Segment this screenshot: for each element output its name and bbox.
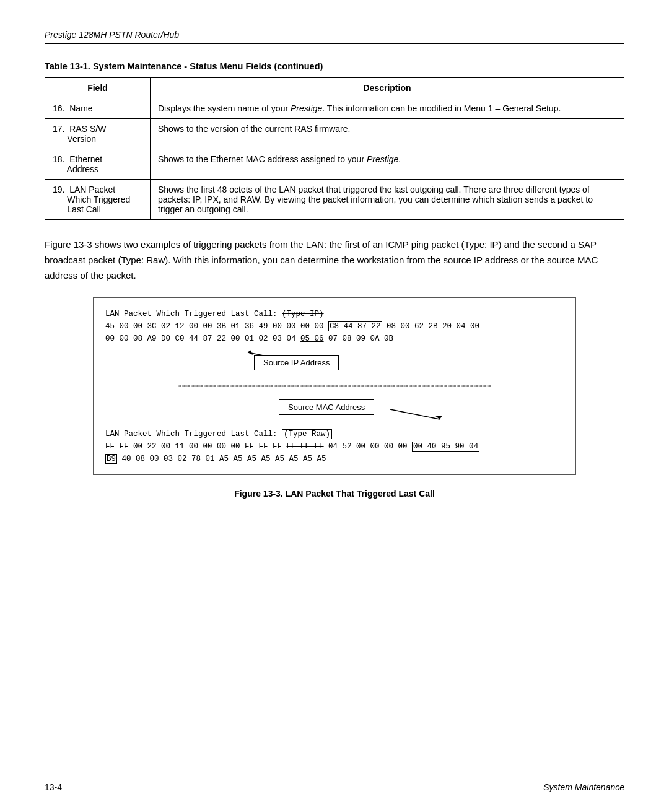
table-title-rest: System Maintenance - Status Menu Fields …	[90, 61, 323, 71]
top-label-line: LAN Packet Which Triggered Last Call: (T…	[105, 308, 564, 320]
source-mac-label-box: Source MAC Address	[279, 399, 374, 415]
highlight-mac: 00 40 95 90 04	[412, 442, 479, 452]
footer-section: System Maintenance	[543, 782, 624, 792]
bottom-section: LAN Packet Which Triggered Last Call: (T…	[105, 428, 564, 465]
table-row: 16. Name Displays the system name of you…	[45, 98, 624, 119]
header: Prestige 128MH PSTN Router/Hub	[45, 30, 624, 44]
figure-caption-rest: LAN Packet That Triggered Last Call	[283, 489, 435, 499]
desc-19: Shows the first 48 octets of the LAN pac…	[151, 180, 624, 220]
svg-line-2	[390, 409, 440, 419]
source-ip-label: Source IP Address	[254, 355, 339, 370]
source-ip-label-box: Source IP Address	[254, 355, 339, 370]
col-header-field: Field	[45, 78, 151, 98]
body-paragraph: Figure 13-3 shows two examples of trigge…	[45, 237, 624, 283]
source-mac-label: Source MAC Address	[279, 399, 374, 415]
field-17: 17. RAS S/W Version	[45, 119, 151, 149]
page: Prestige 128MH PSTN Router/Hub Table 13-…	[0, 0, 669, 812]
main-table: Field Description 16. Name Displays the …	[45, 77, 624, 220]
col-header-description: Description	[151, 78, 624, 98]
field-19: 19. LAN Packet Which Triggered Last Call	[45, 180, 151, 220]
figure-caption-bold: Figure 13-3.	[234, 489, 283, 499]
top-section: LAN Packet Which Triggered Last Call: (T…	[105, 308, 564, 378]
table-row: 19. LAN Packet Which Triggered Last Call…	[45, 180, 624, 220]
table-row: 17. RAS S/W Version Shows to the version…	[45, 119, 624, 149]
top-line2: 00 00 08 A9 D0 C0 44 87 22 00 01 02 03 0…	[105, 333, 564, 345]
bottom-line2: B9 40 08 00 03 02 78 01 A5 A5 A5 A5 A5 A…	[105, 453, 564, 465]
wave-divider: ≈≈≈≈≈≈≈≈≈≈≈≈≈≈≈≈≈≈≈≈≈≈≈≈≈≈≈≈≈≈≈≈≈≈≈≈≈≈≈≈…	[105, 382, 564, 390]
header-title: Prestige 128MH PSTN Router/Hub	[45, 30, 179, 40]
table-title-bold: Table 13-1.	[45, 61, 90, 71]
highlight-ip: C8 44 87 22	[328, 321, 382, 331]
footer-page-number: 13-4	[45, 782, 62, 792]
desc-18: Shows to the Ethernet MAC address assign…	[151, 149, 624, 180]
svg-marker-1	[248, 350, 253, 355]
field-16: 16. Name	[45, 98, 151, 119]
figure-box: LAN Packet Which Triggered Last Call: (T…	[93, 297, 576, 475]
figure-caption: Figure 13-3. LAN Packet That Triggered L…	[45, 489, 624, 499]
table-row: 18. Ethernet Address Shows to the Ethern…	[45, 149, 624, 180]
footer: 13-4 System Maintenance	[45, 777, 624, 792]
desc-16: Displays the system name of your Prestig…	[151, 98, 624, 119]
top-line1: 45 00 00 3C 02 12 00 00 3B 01 36 49 00 0…	[105, 320, 564, 333]
bottom-line1: FF FF 00 22 00 11 00 00 00 00 FF FF FF F…	[105, 440, 564, 453]
field-18: 18. Ethernet Address	[45, 149, 151, 180]
highlight-b9: B9	[105, 454, 117, 464]
table-title: Table 13-1. System Maintenance - Status …	[45, 61, 624, 71]
desc-17: Shows to the version of the current RAS …	[151, 119, 624, 149]
bottom-label-line: LAN Packet Which Triggered Last Call: (T…	[105, 428, 564, 440]
